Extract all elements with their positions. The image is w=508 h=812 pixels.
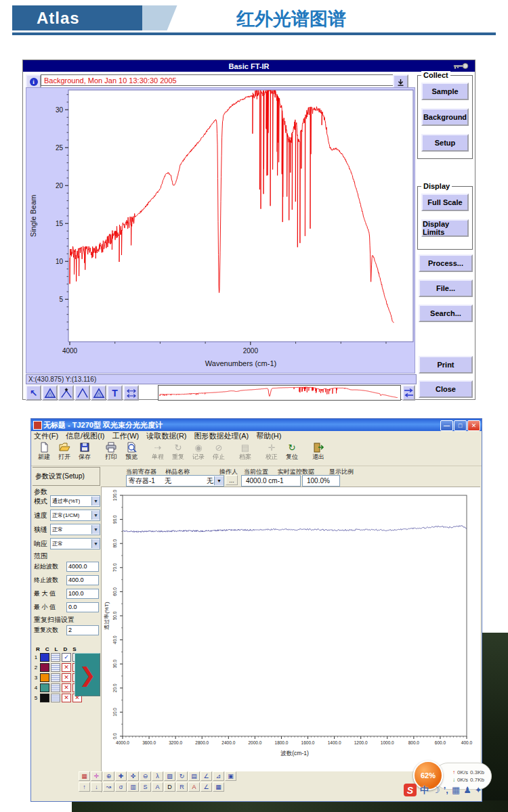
chevron-down-icon[interactable]: ▼ xyxy=(91,511,100,520)
ftir-spectrum-chart[interactable]: 5101520253040002000Wavenumbers (cm-1)Sin… xyxy=(26,88,415,371)
text-annotation-tool[interactable]: T xyxy=(107,385,123,401)
grid2-tool[interactable]: ▦ xyxy=(213,782,224,792)
menu-item-1[interactable]: 信息/视图(I) xyxy=(66,431,104,441)
param-1-combo[interactable]: 正常(1/CM)▼ xyxy=(50,510,100,521)
collect-button-background[interactable]: Background xyxy=(421,108,469,126)
start-scan-button[interactable]: ❯ xyxy=(75,653,100,696)
register-list-icon[interactable] xyxy=(51,653,60,662)
chevron-down-icon[interactable]: ▼ xyxy=(91,497,100,505)
display-button-display-limits[interactable]: Display Limits xyxy=(421,219,469,237)
peak-area-tool[interactable] xyxy=(75,385,90,401)
zoom-out-tool[interactable]: ⊖ xyxy=(140,771,151,781)
register-display-checkbox[interactable]: ✕ xyxy=(62,694,71,702)
register-combo[interactable]: 寄存器-1 无 无 ▼ xyxy=(126,475,224,487)
register-list-icon[interactable] xyxy=(51,683,60,692)
side-button-file[interactable]: File... xyxy=(419,279,473,297)
register-color-swatch[interactable] xyxy=(40,673,49,682)
register-list-icon[interactable] xyxy=(51,673,60,682)
angle-tool[interactable]: ∠ xyxy=(200,782,212,792)
menu-item-4[interactable]: 图形数据处理(A) xyxy=(194,431,249,441)
spectrum-overview-strip[interactable] xyxy=(158,385,401,401)
spectrum-title-combo[interactable]: Background, Mon Jan 10 13:30:30 2005 xyxy=(41,74,394,86)
redraw-tool[interactable]: ↻ xyxy=(176,771,188,781)
d-tool[interactable]: D xyxy=(164,782,175,792)
more-button[interactable]: ... xyxy=(226,475,238,485)
footer-button-print[interactable]: Print xyxy=(419,356,473,374)
shift-down-tool[interactable]: ↓ xyxy=(91,782,102,792)
data-table-tool[interactable]: ▤ xyxy=(188,771,200,781)
toolbar-printer[interactable]: 打印 xyxy=(101,442,121,461)
collect-button-sample[interactable]: Sample xyxy=(421,83,469,100)
full-scale-tool[interactable]: ▦ xyxy=(79,771,90,781)
param-2-combo[interactable]: 正常▼ xyxy=(50,524,100,535)
sm-tool[interactable]: S xyxy=(140,782,151,792)
peak-area-filled-tool[interactable] xyxy=(91,385,106,401)
register-color-swatch[interactable] xyxy=(40,683,49,692)
maximize-button[interactable]: □ xyxy=(454,420,467,431)
register-display-checkbox[interactable]: ✕ xyxy=(62,663,71,672)
register-display-checkbox[interactable]: ✓ xyxy=(62,653,71,662)
moon-icon[interactable]: ☽ xyxy=(432,785,440,795)
register-color-swatch[interactable] xyxy=(40,663,49,672)
expand-x-tool[interactable]: ✚ xyxy=(115,771,127,781)
baseline-tool[interactable]: ▥ xyxy=(127,782,139,792)
toolbar-print-preview[interactable]: 预览 xyxy=(121,442,142,461)
select-cursor-tool[interactable]: ↖ xyxy=(26,385,41,401)
toolbar-save-floppy[interactable]: 保存 xyxy=(75,442,95,461)
register-list-icon[interactable] xyxy=(51,663,60,672)
chevron-down-icon[interactable]: ▼ xyxy=(91,539,100,548)
range-0-input[interactable]: 4000.0 xyxy=(66,562,99,572)
range-3-input[interactable]: 0.0 xyxy=(66,602,99,612)
param-0-combo[interactable]: 通过率(%T)▼ xyxy=(50,495,100,507)
toolbar-open-folder[interactable]: 打开 xyxy=(54,442,75,461)
zoom-in-tool[interactable]: ⊕ xyxy=(103,771,114,781)
chevron-down-icon[interactable]: ▼ xyxy=(214,476,224,485)
display-button-full-scale[interactable]: Full Scale xyxy=(421,194,469,211)
side-button-process[interactable]: Process... xyxy=(419,254,473,272)
tab-setup[interactable]: 参数设置(Setup) xyxy=(33,467,100,486)
ad-tool[interactable]: A xyxy=(152,782,163,792)
abs-tool[interactable]: A xyxy=(188,782,200,792)
range-1-input[interactable]: 400.0 xyxy=(66,575,99,585)
close-button[interactable]: ✕ xyxy=(467,420,480,431)
keyboard-icon[interactable]: ▦ xyxy=(452,785,460,795)
cn-mode-icon[interactable]: 中 xyxy=(420,784,429,796)
punctuation-icon[interactable]: ’, xyxy=(444,785,448,795)
wavelength-tool[interactable]: λ xyxy=(152,771,163,781)
repeat-count-input[interactable]: 2 xyxy=(66,625,99,635)
region-select-tool[interactable]: ▨ xyxy=(164,771,175,781)
curve-tool[interactable]: ∠ xyxy=(200,771,212,781)
sogou-logo[interactable]: S xyxy=(404,784,417,796)
peak-height-tool[interactable] xyxy=(42,385,58,401)
menu-item-0[interactable]: 文件(F) xyxy=(34,431,58,441)
scroll-spectrum-button[interactable] xyxy=(402,385,415,401)
smooth-tool[interactable]: ↝ xyxy=(103,782,114,792)
grid-tool[interactable]: ▣ xyxy=(225,771,236,781)
register-color-swatch[interactable] xyxy=(40,653,49,662)
menu-item-5[interactable]: 帮助(H) xyxy=(256,431,281,441)
fit-width-tool[interactable] xyxy=(123,385,139,401)
peak-pick-tool[interactable] xyxy=(58,385,74,401)
derivative-tool[interactable]: σ xyxy=(115,782,127,792)
skin-icon[interactable]: ✦ xyxy=(475,785,482,795)
toolbar-new-file[interactable]: 新建 xyxy=(34,442,54,461)
spectrum-info-button[interactable]: i xyxy=(26,74,41,89)
register-list-icon[interactable] xyxy=(51,694,60,702)
side-button-search[interactable]: Search... xyxy=(419,304,473,322)
menu-item-3[interactable]: 读取数据(R) xyxy=(146,431,186,441)
r-tool[interactable]: R xyxy=(176,782,188,792)
menu-item-2[interactable]: 工作(W) xyxy=(112,431,140,441)
toolbar-reset[interactable]: ↻复位 xyxy=(282,442,302,461)
param-3-combo[interactable]: 正常▼ xyxy=(50,538,100,549)
register-display-checkbox[interactable]: ✕ xyxy=(62,673,71,682)
minimize-button[interactable]: — xyxy=(440,420,453,431)
footer-button-close[interactable]: Close xyxy=(419,380,473,398)
crosshair-tool[interactable]: ✛ xyxy=(91,771,102,781)
slope-tool[interactable]: ⊿ xyxy=(213,771,224,781)
shift-up-tool[interactable]: ↑ xyxy=(79,782,90,792)
range-2-input[interactable]: 100.0 xyxy=(66,589,99,599)
user-icon[interactable]: ♟ xyxy=(463,785,471,795)
register-color-swatch[interactable] xyxy=(40,694,49,702)
collect-button-setup[interactable]: Setup xyxy=(421,134,469,152)
toolbar-exit[interactable]: 退出 xyxy=(308,442,329,461)
